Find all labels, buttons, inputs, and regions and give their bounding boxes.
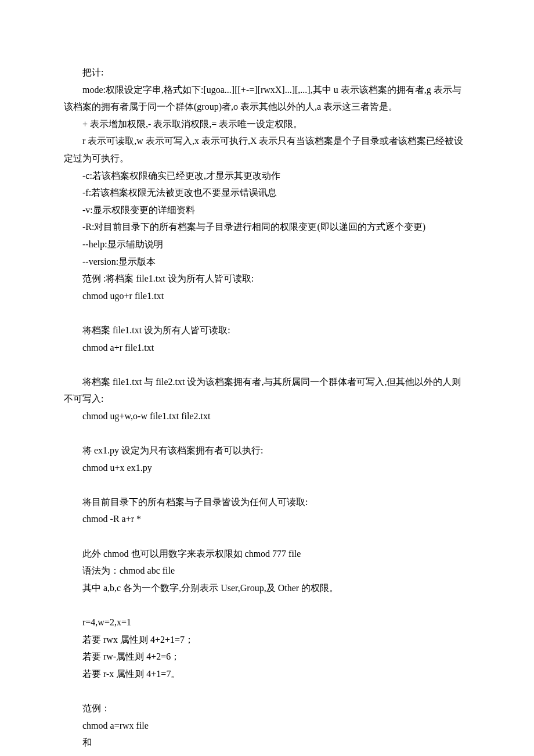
text-line: chmod a+r file1.txt (64, 339, 470, 357)
text-line: 若要 r-x 属性则 4+1=7。 (64, 665, 470, 683)
blank-line (64, 528, 470, 545)
text-line: r 表示可读取,w 表示可写入,x 表示可执行,X 表示只有当该档案是个子目录或… (64, 132, 470, 167)
text-line: 此外 chmod 也可以用数字来表示权限如 chmod 777 file (64, 545, 470, 563)
text-line: 将目前目录下的所有档案与子目录皆设为任何人可读取: (64, 494, 470, 511)
text-line: chmod 777 file (64, 751, 470, 756)
text-line: chmod a=rwx file (64, 717, 470, 735)
text-line: -c:若该档案权限确实已经更改,才显示其更改动作 (64, 167, 470, 185)
blank-line (64, 356, 470, 373)
text-line: r=4,w=2,x=1 (64, 614, 470, 631)
text-line: -f:若该档案权限无法被更改也不要显示错误讯息 (64, 184, 470, 201)
blank-line (64, 682, 470, 700)
blank-line (64, 424, 470, 442)
text-line: chmod ugo+r file1.txt (64, 287, 470, 305)
text-line: 将档案 file1.txt 与 file2.txt 设为该档案拥有者,与其所属同… (64, 373, 470, 408)
blank-line (64, 476, 470, 494)
text-line: chmod -R a+r * (64, 510, 470, 528)
text-line: 若要 rwx 属性则 4+2+1=7； (64, 631, 470, 649)
text-line: 将 ex1.py 设定为只有该档案拥有者可以执行: (64, 442, 470, 459)
text-line: chmod u+x ex1.py (64, 459, 470, 477)
blank-line (64, 304, 470, 322)
text-line: chmod ug+w,o-w file1.txt file2.txt (64, 408, 470, 425)
text-line: 范例 :将档案 file1.txt 设为所有人皆可读取: (64, 270, 470, 287)
text-line: 范例： (64, 700, 470, 717)
text-line: 语法为：chmod abc file (64, 562, 470, 579)
text-line: -v:显示权限变更的详细资料 (64, 201, 470, 219)
text-line: mode:权限设定字串,格式如下:[ugoa...][[+-=][rwxX]..… (64, 81, 470, 116)
text-line: --version:显示版本 (64, 253, 470, 271)
text-line: + 表示增加权限,- 表示取消权限,= 表示唯一设定权限。 (64, 116, 470, 133)
text-line: 将档案 file1.txt 设为所有人皆可读取: (64, 322, 470, 339)
text-line: 和 (64, 734, 470, 751)
blank-line (64, 596, 470, 614)
text-line: --help:显示辅助说明 (64, 236, 470, 253)
document-body: 把计:mode:权限设定字串,格式如下:[ugoa...][[+-=][rwxX… (64, 64, 470, 756)
text-line: -R:对目前目录下的所有档案与子目录进行相同的权限变更(即以递回的方式逐个变更) (64, 218, 470, 236)
text-line: 把计: (64, 64, 470, 81)
text-line: 其中 a,b,c 各为一个数字,分别表示 User,Group,及 Other … (64, 579, 470, 597)
text-line: 若要 rw-属性则 4+2=6； (64, 648, 470, 665)
